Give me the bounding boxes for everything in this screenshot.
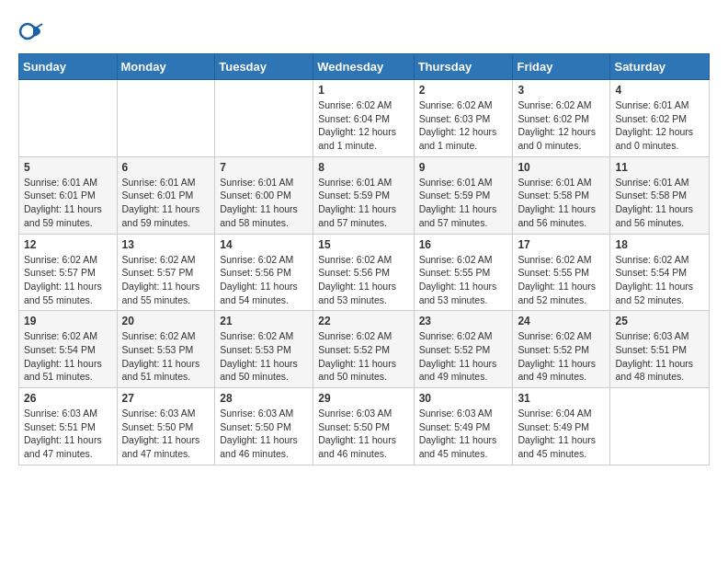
day-number: 22 [318,315,408,327]
day-content: Sunrise: 6:02 AM Sunset: 5:56 PM Dayligh… [318,253,408,307]
day-content: Sunrise: 6:03 AM Sunset: 5:50 PM Dayligh… [122,407,210,461]
day-content: Sunrise: 6:02 AM Sunset: 5:53 PM Dayligh… [122,329,210,384]
calendar-cell: 26Sunrise: 6:03 AM Sunset: 5:51 PM Dayli… [19,388,118,465]
page-header [18,18,710,44]
day-content: Sunrise: 6:01 AM Sunset: 6:01 PM Dayligh… [24,176,112,230]
day-number: 18 [615,238,704,251]
day-number: 27 [122,392,210,405]
day-content: Sunrise: 6:02 AM Sunset: 6:02 PM Dayligh… [518,98,605,153]
day-content: Sunrise: 6:02 AM Sunset: 5:54 PM Dayligh… [615,253,704,307]
day-content: Sunrise: 6:03 AM Sunset: 5:51 PM Dayligh… [24,407,112,461]
day-of-week-header: Friday [513,54,610,80]
calendar-cell [19,80,118,157]
calendar-cell [610,388,710,465]
calendar-week-row: 1Sunrise: 6:02 AM Sunset: 6:04 PM Daylig… [19,80,710,157]
calendar-cell: 11Sunrise: 6:01 AM Sunset: 5:58 PM Dayli… [610,156,710,234]
day-number: 26 [24,392,112,405]
day-number: 24 [518,315,605,327]
day-number: 9 [419,161,508,174]
calendar-cell: 21Sunrise: 6:02 AM Sunset: 5:53 PM Dayli… [215,311,313,388]
day-content: Sunrise: 6:03 AM Sunset: 5:50 PM Dayligh… [220,407,308,461]
day-content: Sunrise: 6:02 AM Sunset: 5:56 PM Dayligh… [220,253,308,307]
calendar-cell: 15Sunrise: 6:02 AM Sunset: 5:56 PM Dayli… [313,234,414,311]
calendar-cell: 23Sunrise: 6:02 AM Sunset: 5:52 PM Dayli… [414,311,513,388]
day-content: Sunrise: 6:03 AM Sunset: 5:51 PM Dayligh… [615,329,704,384]
day-number: 13 [122,238,210,251]
day-content: Sunrise: 6:02 AM Sunset: 5:55 PM Dayligh… [419,253,508,307]
calendar-cell: 9Sunrise: 6:01 AM Sunset: 5:59 PM Daylig… [414,156,513,234]
calendar-cell: 19Sunrise: 6:02 AM Sunset: 5:54 PM Dayli… [19,311,118,388]
day-of-week-header: Thursday [414,54,513,80]
day-content: Sunrise: 6:02 AM Sunset: 5:57 PM Dayligh… [24,253,112,307]
day-content: Sunrise: 6:01 AM Sunset: 6:02 PM Dayligh… [615,98,704,153]
day-content: Sunrise: 6:02 AM Sunset: 6:03 PM Dayligh… [419,98,508,153]
day-number: 25 [615,315,704,327]
day-content: Sunrise: 6:02 AM Sunset: 6:04 PM Dayligh… [318,98,408,153]
day-number: 29 [318,392,408,405]
day-content: Sunrise: 6:02 AM Sunset: 5:53 PM Dayligh… [220,329,308,384]
day-content: Sunrise: 6:01 AM Sunset: 5:58 PM Dayligh… [518,176,605,230]
calendar-cell: 10Sunrise: 6:01 AM Sunset: 5:58 PM Dayli… [513,156,610,234]
calendar-cell: 2Sunrise: 6:02 AM Sunset: 6:03 PM Daylig… [414,80,513,157]
calendar-cell: 8Sunrise: 6:01 AM Sunset: 5:59 PM Daylig… [313,156,414,234]
calendar-cell: 1Sunrise: 6:02 AM Sunset: 6:04 PM Daylig… [313,80,414,157]
calendar-cell: 31Sunrise: 6:04 AM Sunset: 5:49 PM Dayli… [513,388,610,465]
day-number: 1 [318,84,408,97]
calendar-cell: 17Sunrise: 6:02 AM Sunset: 5:55 PM Dayli… [513,234,610,311]
day-number: 6 [122,161,210,174]
day-of-week-header: Tuesday [215,54,313,80]
calendar-cell: 24Sunrise: 6:02 AM Sunset: 5:52 PM Dayli… [513,311,610,388]
day-number: 2 [419,84,508,97]
calendar-table: SundayMondayTuesdayWednesdayThursdayFrid… [18,53,710,465]
calendar-cell: 14Sunrise: 6:02 AM Sunset: 5:56 PM Dayli… [215,234,313,311]
calendar-week-row: 26Sunrise: 6:03 AM Sunset: 5:51 PM Dayli… [19,388,710,465]
calendar-cell: 16Sunrise: 6:02 AM Sunset: 5:55 PM Dayli… [414,234,513,311]
calendar-cell: 27Sunrise: 6:03 AM Sunset: 5:50 PM Dayli… [117,388,215,465]
calendar-cell [215,80,313,157]
day-number: 14 [220,238,308,251]
logo-icon [18,18,44,44]
calendar-cell [117,80,215,157]
day-number: 17 [518,238,605,251]
calendar-cell: 3Sunrise: 6:02 AM Sunset: 6:02 PM Daylig… [513,80,610,157]
day-of-week-header: Monday [117,54,215,80]
day-content: Sunrise: 6:02 AM Sunset: 5:52 PM Dayligh… [518,329,605,384]
calendar-week-row: 12Sunrise: 6:02 AM Sunset: 5:57 PM Dayli… [19,234,710,311]
day-content: Sunrise: 6:02 AM Sunset: 5:52 PM Dayligh… [419,329,508,384]
day-content: Sunrise: 6:02 AM Sunset: 5:55 PM Dayligh… [518,253,605,307]
calendar-week-row: 5Sunrise: 6:01 AM Sunset: 6:01 PM Daylig… [19,156,710,234]
calendar-cell: 18Sunrise: 6:02 AM Sunset: 5:54 PM Dayli… [610,234,710,311]
logo [18,18,48,44]
day-content: Sunrise: 6:01 AM Sunset: 5:59 PM Dayligh… [419,176,508,230]
day-number: 12 [24,238,112,251]
day-content: Sunrise: 6:02 AM Sunset: 5:57 PM Dayligh… [122,253,210,307]
day-of-week-header: Wednesday [313,54,414,80]
day-number: 28 [220,392,308,405]
calendar-cell: 4Sunrise: 6:01 AM Sunset: 6:02 PM Daylig… [610,80,710,157]
day-number: 19 [24,315,112,327]
day-content: Sunrise: 6:02 AM Sunset: 5:52 PM Dayligh… [318,329,408,384]
day-content: Sunrise: 6:01 AM Sunset: 6:01 PM Dayligh… [122,176,210,230]
day-number: 5 [24,161,112,174]
calendar-week-row: 19Sunrise: 6:02 AM Sunset: 5:54 PM Dayli… [19,311,710,388]
day-number: 15 [318,238,408,251]
day-number: 31 [518,392,605,405]
day-of-week-header: Sunday [19,54,118,80]
day-number: 4 [615,84,704,97]
calendar-cell: 13Sunrise: 6:02 AM Sunset: 5:57 PM Dayli… [117,234,215,311]
day-number: 21 [220,315,308,327]
day-content: Sunrise: 6:03 AM Sunset: 5:50 PM Dayligh… [318,407,408,461]
calendar-cell: 30Sunrise: 6:03 AM Sunset: 5:49 PM Dayli… [414,388,513,465]
day-content: Sunrise: 6:01 AM Sunset: 5:58 PM Dayligh… [615,176,704,230]
calendar-cell: 29Sunrise: 6:03 AM Sunset: 5:50 PM Dayli… [313,388,414,465]
calendar-cell: 25Sunrise: 6:03 AM Sunset: 5:51 PM Dayli… [610,311,710,388]
svg-point-0 [20,24,35,39]
day-number: 23 [419,315,508,327]
day-number: 3 [518,84,605,97]
day-content: Sunrise: 6:02 AM Sunset: 5:54 PM Dayligh… [24,329,112,384]
day-number: 7 [220,161,308,174]
calendar-cell: 5Sunrise: 6:01 AM Sunset: 6:01 PM Daylig… [19,156,118,234]
day-content: Sunrise: 6:04 AM Sunset: 5:49 PM Dayligh… [518,407,605,461]
calendar-header-row: SundayMondayTuesdayWednesdayThursdayFrid… [19,54,710,80]
day-number: 30 [419,392,508,405]
